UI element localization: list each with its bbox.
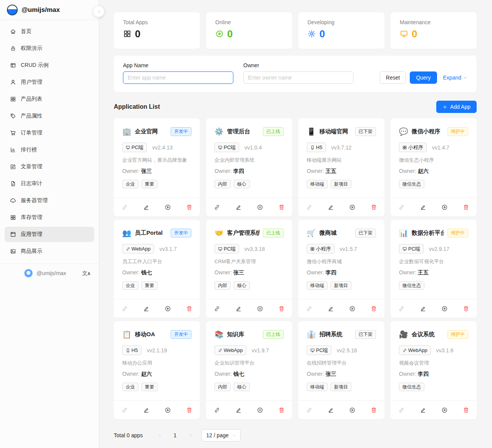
- sidebar-item-product-attrs[interactable]: 产品属性: [5, 108, 94, 124]
- open-link-button[interactable]: [206, 204, 228, 211]
- delete-app-button[interactable]: [363, 305, 384, 312]
- delete-app-button[interactable]: [363, 407, 384, 413]
- sidebar-item-crud-example[interactable]: CRUD 示例: [5, 58, 94, 73]
- open-link-button[interactable]: [114, 305, 135, 312]
- platform-tag: WebApp: [399, 345, 431, 355]
- sidebar-item-server-management[interactable]: 服务器管理: [5, 193, 94, 208]
- edit-app-button[interactable]: [135, 204, 157, 211]
- sidebar-item-home[interactable]: 首页: [5, 24, 94, 39]
- link-icon: [398, 305, 405, 312]
- delete-app-button[interactable]: [178, 407, 200, 413]
- toggle-status-button[interactable]: [341, 204, 363, 211]
- user-avatar[interactable]: [24, 269, 33, 277]
- open-link-button[interactable]: [391, 204, 412, 211]
- toggle-status-button[interactable]: [157, 407, 178, 413]
- app-card-actions: [114, 299, 200, 318]
- sidebar-collapse-button[interactable]: [93, 6, 104, 17]
- edit-app-button[interactable]: [228, 407, 249, 413]
- app-name-input[interactable]: [123, 71, 233, 84]
- page-size-select[interactable]: 12 / page: [201, 429, 241, 441]
- edit-app-button[interactable]: [228, 204, 249, 211]
- edit-app-button[interactable]: [412, 407, 434, 413]
- edit-app-button[interactable]: [412, 305, 434, 312]
- toggle-status-button[interactable]: [157, 204, 178, 211]
- pagination-next-button[interactable]: [184, 429, 197, 441]
- sidebar-item-app-management[interactable]: 应用管理: [5, 227, 94, 242]
- delete-app-button[interactable]: [271, 407, 292, 413]
- delete-app-button[interactable]: [178, 204, 200, 211]
- open-link-button[interactable]: [298, 204, 320, 211]
- toggle-status-button[interactable]: [434, 204, 455, 211]
- open-link-button[interactable]: [298, 407, 320, 413]
- open-link-button[interactable]: [114, 204, 135, 211]
- delete-app-button[interactable]: [363, 204, 384, 211]
- app-card-body: ⚙️管理后台已上线PC端vv1.0.4企业内部管理系统Owner: 李四内部核心: [206, 118, 292, 197]
- app-version: vv2.9.17: [429, 246, 449, 252]
- umi-logo-icon: [7, 5, 18, 15]
- open-link-button[interactable]: [391, 305, 412, 312]
- chart-icon: [10, 147, 16, 153]
- stat-label: Online: [215, 19, 283, 25]
- stat-label: Maintenance: [400, 19, 467, 25]
- edit-app-button[interactable]: [228, 305, 249, 312]
- app-description: 企业数据可视化平台: [399, 258, 468, 265]
- edit-app-button[interactable]: [135, 305, 157, 312]
- open-link-button[interactable]: [391, 407, 412, 413]
- app-icon: 🤝: [214, 229, 224, 237]
- edit-app-button[interactable]: [320, 305, 341, 312]
- app-version: vv2.1.19: [147, 347, 167, 353]
- link-icon: [121, 407, 128, 413]
- app-tag: 微信生态: [399, 180, 424, 188]
- open-link-button[interactable]: [206, 407, 228, 413]
- list-title: Application List: [114, 103, 160, 110]
- pagination-page-1[interactable]: 1: [169, 429, 181, 441]
- delete-app-button[interactable]: [455, 407, 477, 413]
- sidebar-item-goods-display[interactable]: 商品展示: [5, 244, 94, 259]
- app-tag: 核心: [234, 180, 250, 188]
- open-link-button[interactable]: [114, 407, 135, 413]
- app-card-body: 👔招聘系统已下架PC端vv2.5.16在线招聘管理平台Owner: 张三移动端新…: [298, 321, 384, 400]
- sidebar-item-ranking[interactable]: 排行榜: [5, 142, 94, 158]
- delete-app-button[interactable]: [455, 204, 477, 211]
- sidebar-item-order-management[interactable]: 订单管理: [5, 125, 94, 141]
- edit-app-button[interactable]: [135, 407, 157, 413]
- open-link-button[interactable]: [298, 305, 320, 312]
- app-version: vv1.9.7: [252, 347, 269, 353]
- sidebar-item-product-list[interactable]: 产品列表: [5, 91, 94, 107]
- toggle-status-button[interactable]: [434, 305, 455, 312]
- delete-app-button[interactable]: [455, 305, 477, 312]
- expand-toggle[interactable]: Expand: [443, 75, 467, 81]
- toggle-status-button[interactable]: [249, 204, 271, 211]
- delete-app-button[interactable]: [178, 305, 200, 312]
- toggle-status-button[interactable]: [434, 407, 455, 413]
- open-link-button[interactable]: [206, 305, 228, 312]
- edit-app-button[interactable]: [320, 407, 341, 413]
- pagination-prev-button[interactable]: [154, 429, 166, 441]
- edit-icon: [235, 204, 242, 211]
- owner-input[interactable]: [243, 71, 354, 84]
- sidebar-item-log-audit[interactable]: 日志审计: [5, 176, 94, 191]
- toggle-status-button[interactable]: [249, 305, 271, 312]
- reset-button[interactable]: Reset: [380, 71, 406, 84]
- add-app-button[interactable]: Add App: [436, 101, 477, 113]
- edit-app-button[interactable]: [412, 204, 434, 211]
- sidebar-item-article-management[interactable]: 文章管理: [5, 159, 94, 174]
- toggle-status-button[interactable]: [157, 305, 178, 312]
- edit-app-button[interactable]: [320, 204, 341, 211]
- owner-name: 钱七: [141, 269, 152, 275]
- stat-value: 0: [400, 29, 467, 39]
- sidebar-item-inventory-management[interactable]: 库存管理: [5, 210, 94, 225]
- delete-app-button[interactable]: [271, 305, 292, 312]
- app-owner-row: Owner: 李四: [214, 168, 284, 175]
- sidebar-item-user-management[interactable]: 用户管理: [5, 75, 94, 90]
- sidebar-item-permission-demo[interactable]: 权限演示: [5, 41, 94, 56]
- delete-app-button[interactable]: [271, 204, 292, 211]
- app-card-body: 📊数据分析平台维护中PC端vv2.9.17企业数据可视化平台Owner: 王五微…: [391, 220, 477, 299]
- translate-icon[interactable]: 文A: [82, 270, 90, 276]
- edit-icon: [420, 407, 426, 413]
- query-button[interactable]: Query: [410, 71, 437, 84]
- toggle-status-button[interactable]: [249, 407, 271, 413]
- app-description: 微信小程序商城: [307, 258, 376, 265]
- toggle-status-button[interactable]: [341, 407, 363, 413]
- toggle-status-button[interactable]: [341, 305, 363, 312]
